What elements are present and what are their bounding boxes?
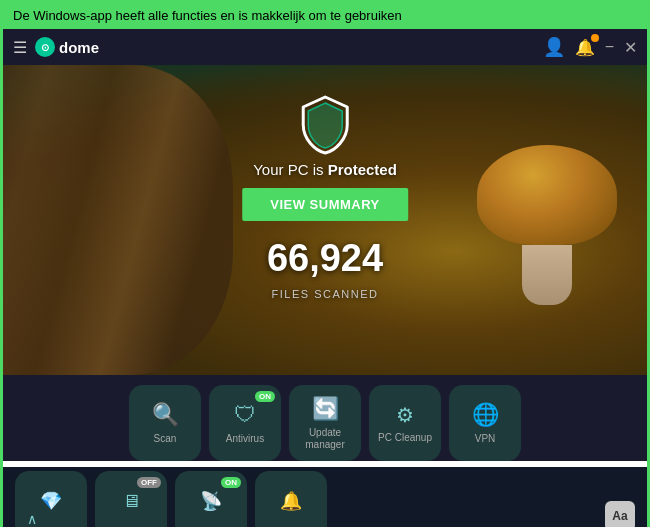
- files-scanned-label: FILES SCANNED: [272, 288, 379, 300]
- chevron-up-icon: ∧: [27, 511, 37, 527]
- tile-scan[interactable]: 🔍 Scan: [129, 385, 201, 461]
- title-bar-right: 👤 🔔 − ✕: [543, 36, 637, 58]
- update-manager-label: Update manager: [289, 427, 361, 451]
- mushroom-cap: [477, 145, 617, 245]
- monitor-icon: 🖥: [122, 491, 140, 512]
- mushroom-decoration: [477, 145, 617, 305]
- tile-monitor[interactable]: OFF 🖥: [95, 471, 167, 527]
- scan-icon: 🔍: [152, 402, 179, 428]
- mushroom-stem: [522, 245, 572, 305]
- title-bar-left: ☰ ⊙ dome: [13, 37, 99, 57]
- annotation-bar: De Windows-app heeft alle functies en is…: [3, 3, 647, 29]
- monitor-badge-off: OFF: [137, 477, 161, 488]
- app-window: De Windows-app heeft alle functies en is…: [0, 0, 650, 527]
- pc-cleanup-icon: ⚙: [396, 403, 414, 427]
- tree-bark-bg: [3, 65, 233, 375]
- status-protected: Protected: [328, 161, 397, 178]
- logo-text: dome: [59, 39, 99, 56]
- status-prefix: Your PC is: [253, 161, 323, 178]
- aa-label: Aa: [612, 509, 627, 523]
- annotation-text: De Windows-app heeft alle functies en is…: [13, 8, 402, 23]
- shield-section: Your PC is Protected VIEW SUMMARY 66,924…: [242, 95, 408, 300]
- user-icon[interactable]: 👤: [543, 36, 565, 58]
- vpn-label: VPN: [475, 433, 496, 445]
- antivirus-label: Antivirus: [226, 433, 264, 445]
- tile-update-manager[interactable]: 🔄 Update manager: [289, 385, 361, 461]
- scroll-up-button[interactable]: ∧: [17, 504, 47, 527]
- tiles-row-2: 💎 OFF 🖥 ON 📡 🔔 Aa: [3, 467, 647, 527]
- bottom-section: 💎 OFF 🖥 ON 📡 🔔 Aa ∧ LATEST NEW: [3, 467, 647, 527]
- minimize-button[interactable]: −: [605, 38, 614, 56]
- tile-signal[interactable]: ON 📡: [175, 471, 247, 527]
- app-logo: ⊙ dome: [35, 37, 99, 57]
- tile-pc-cleanup[interactable]: ⚙ PC Cleanup: [369, 385, 441, 461]
- signal-badge-on: ON: [221, 477, 241, 488]
- tile-antivirus[interactable]: ON 🛡 Antivirus: [209, 385, 281, 461]
- shield-icon: [299, 95, 351, 155]
- hero-section: Your PC is Protected VIEW SUMMARY 66,924…: [3, 65, 647, 375]
- antivirus-icon: 🛡: [234, 402, 256, 428]
- hamburger-menu[interactable]: ☰: [13, 38, 27, 57]
- tiles-row-1: 🔍 Scan ON 🛡 Antivirus 🔄 Update manager ⚙…: [15, 385, 635, 461]
- aa-badge[interactable]: Aa: [605, 501, 635, 527]
- notification-bell[interactable]: 🔔: [575, 38, 595, 57]
- notification-dot: [591, 34, 599, 42]
- protection-status-text: Your PC is Protected: [253, 161, 397, 178]
- files-scanned-count: 66,924: [267, 237, 383, 280]
- title-bar: ☰ ⊙ dome 👤 🔔 − ✕: [3, 29, 647, 65]
- signal-icon: 📡: [200, 490, 222, 512]
- close-button[interactable]: ✕: [624, 38, 637, 57]
- vpn-icon: 🌐: [472, 402, 499, 428]
- view-summary-button[interactable]: VIEW SUMMARY: [242, 188, 408, 221]
- pc-cleanup-label: PC Cleanup: [378, 432, 432, 444]
- update-manager-icon: 🔄: [312, 396, 339, 422]
- logo-icon: ⊙: [35, 37, 55, 57]
- tile-bell[interactable]: 🔔: [255, 471, 327, 527]
- scan-label: Scan: [154, 433, 177, 445]
- antivirus-badge: ON: [255, 391, 275, 402]
- tiles-section: 🔍 Scan ON 🛡 Antivirus 🔄 Update manager ⚙…: [3, 375, 647, 461]
- bell-icon: 🔔: [280, 490, 302, 512]
- tile-vpn[interactable]: 🌐 VPN: [449, 385, 521, 461]
